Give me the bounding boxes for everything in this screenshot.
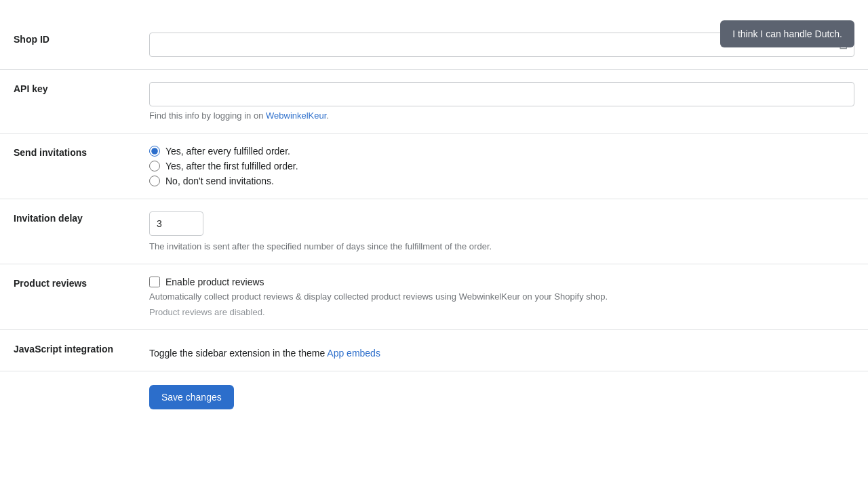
product-reviews-row: Product reviews Enable product reviews A… [0, 264, 868, 330]
js-integration-text: Toggle the sidebar extension in the them… [149, 342, 854, 359]
toast-notification: I think I can handle Dutch. [720, 20, 854, 47]
save-button-row: Save changes [0, 371, 868, 423]
invitation-delay-input[interactable] [149, 211, 203, 236]
enable-product-reviews-label: Enable product reviews [165, 277, 264, 287]
send-invitations-radio-group: Yes, after every fulfilled order. Yes, a… [149, 146, 854, 186]
toast-message: I think I can handle Dutch. [732, 28, 842, 39]
enable-product-reviews-checkbox[interactable] [149, 277, 160, 287]
js-integration-prefix: Toggle the sidebar extension in the them… [149, 348, 327, 359]
send-invitations-field: Yes, after every fulfilled order. Yes, a… [149, 142, 868, 190]
radio-first[interactable] [149, 161, 160, 171]
api-key-label: API key [0, 78, 149, 94]
main-content: Shop ID ⊟ API key Find this info by logg… [0, 0, 868, 423]
app-embeds-link[interactable]: App embeds [327, 348, 380, 359]
js-integration-label: JavaScript integration [0, 338, 149, 354]
product-reviews-disabled-status: Product reviews are disabled. [149, 307, 854, 317]
product-reviews-field: Enable product reviews Automatically col… [149, 272, 868, 321]
js-integration-row: JavaScript integration Toggle the sideba… [0, 330, 868, 371]
radio-option-no[interactable]: No, don't send invitations. [149, 176, 854, 186]
webwinkelkeur-link[interactable]: WebwinkelKeur [266, 110, 326, 121]
helper-text-prefix: Find this info by logging in on [149, 110, 266, 121]
js-integration-field: Toggle the sidebar extension in the them… [149, 338, 868, 363]
invitation-delay-field: The invitation is sent after the specifi… [149, 207, 868, 256]
radio-first-label: Yes, after the first fulfilled order. [165, 161, 298, 171]
radio-option-first[interactable]: Yes, after the first fulfilled order. [149, 161, 854, 171]
send-invitations-row: Send invitations Yes, after every fulfil… [0, 134, 868, 199]
auto-collect-text: Automatically collect product reviews & … [149, 291, 854, 302]
helper-text-suffix: . [326, 110, 329, 121]
save-button[interactable]: Save changes [149, 385, 234, 409]
radio-no-label: No, don't send invitations. [165, 176, 274, 186]
invitation-delay-row: Invitation delay The invitation is sent … [0, 199, 868, 264]
radio-option-every[interactable]: Yes, after every fulfilled order. [149, 146, 854, 157]
send-invitations-label: Send invitations [0, 142, 149, 158]
api-key-field: Find this info by logging in on Webwinke… [149, 78, 868, 125]
radio-every-label: Yes, after every fulfilled order. [165, 146, 290, 157]
radio-every[interactable] [149, 146, 160, 157]
api-key-input[interactable] [149, 82, 854, 106]
enable-product-reviews-option[interactable]: Enable product reviews [149, 277, 854, 287]
radio-no[interactable] [149, 176, 160, 186]
shop-id-label: Shop ID [0, 28, 149, 45]
api-key-row: API key Find this info by logging in on … [0, 70, 868, 134]
product-reviews-label: Product reviews [0, 272, 149, 289]
invitation-delay-label: Invitation delay [0, 207, 149, 224]
api-key-helper: Find this info by logging in on Webwinke… [149, 110, 854, 121]
invitation-delay-helper: The invitation is sent after the specifi… [149, 241, 854, 251]
